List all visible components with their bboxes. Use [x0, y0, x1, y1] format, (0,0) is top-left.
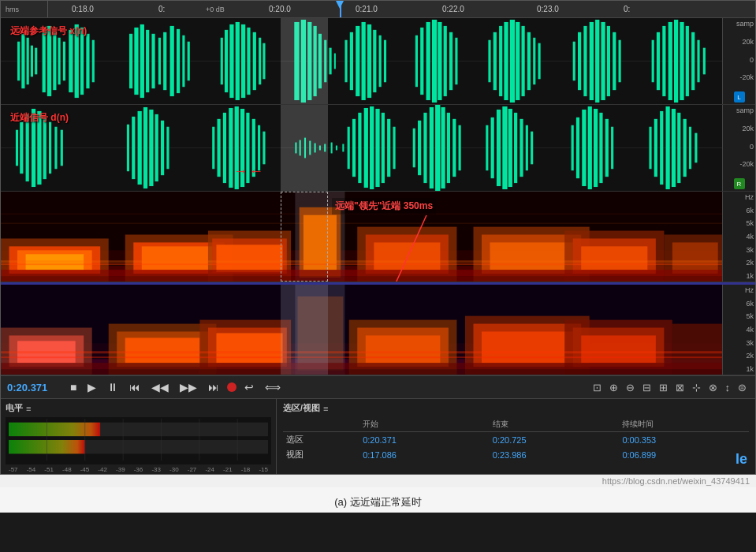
svg-rect-47 — [356, 26, 359, 96]
svg-rect-216 — [125, 338, 200, 363]
svg-rect-158 — [582, 110, 586, 186]
loop-button[interactable]: ↩ — [241, 379, 257, 395]
svg-rect-75 — [595, 20, 599, 103]
svg-rect-119 — [295, 143, 296, 154]
bounce-button[interactable]: ⟺ — [262, 379, 284, 395]
forward-button[interactable]: ▶▶ — [177, 379, 200, 395]
zoom-in-button[interactable]: ⊕ — [607, 380, 620, 395]
svg-rect-93 — [20, 122, 23, 173]
svg-rect-99 — [54, 127, 57, 170]
expand-button[interactable]: ↕ — [723, 380, 733, 395]
svg-rect-64 — [504, 22, 508, 100]
svg-rect-11 — [63, 42, 65, 81]
ruler-time-3: 0:20.0 — [269, 5, 291, 13]
zoom-fit-button[interactable]: ⊡ — [590, 380, 604, 395]
svg-rect-52 — [384, 40, 386, 83]
view-duration: 0:06.899 — [619, 447, 749, 462]
spec-scale-hz: Hz — [724, 193, 754, 201]
svg-rect-29 — [225, 30, 228, 92]
zoom-full-button[interactable]: ⊜ — [736, 380, 749, 395]
zoom-region-button[interactable]: ⊟ — [640, 380, 654, 395]
record-button[interactable] — [227, 382, 236, 392]
level-ruler-label-11: -24 — [205, 466, 214, 473]
svg-rect-136 — [387, 119, 390, 177]
bottom-section: 电平 ≡ — [1, 399, 755, 474]
svg-rect-187 — [216, 244, 282, 272]
svg-rect-161 — [599, 113, 602, 183]
svg-rect-147 — [486, 125, 488, 170]
svg-rect-34 — [253, 32, 256, 90]
stop-button[interactable]: ■ — [67, 379, 80, 395]
svg-rect-82 — [662, 26, 665, 96]
arrow-right-icon: → — [233, 163, 248, 180]
skip-end-button[interactable]: ⏭ — [205, 379, 222, 395]
svg-rect-27 — [188, 42, 190, 81]
svg-rect-100 — [61, 130, 63, 166]
level-menu-icon[interactable]: ≡ — [26, 404, 31, 413]
svg-rect-108 — [166, 127, 169, 170]
svg-rect-42 — [324, 40, 326, 83]
level-ruler-label-8: -33 — [151, 466, 161, 473]
svg-rect-17 — [129, 34, 132, 88]
level-panel-title: 电平 ≡ — [6, 402, 271, 414]
svg-rect-224 — [366, 335, 441, 363]
svg-rect-28 — [221, 38, 223, 84]
level-ruler-label-7: -36 — [134, 466, 143, 473]
svg-rect-148 — [491, 117, 494, 178]
svg-rect-23 — [163, 32, 166, 90]
zoom-out-button[interactable]: ⊖ — [624, 380, 637, 395]
svg-rect-153 — [520, 119, 523, 177]
level-meter-area — [6, 417, 271, 464]
track-scale-near-end: samp 20k 0 -20k R — [722, 105, 755, 191]
collapse-button[interactable]: ⊗ — [706, 380, 720, 395]
svg-rect-168 — [672, 109, 676, 187]
svg-rect-230 — [581, 335, 656, 363]
zoom-track-button[interactable]: ⊹ — [690, 380, 703, 395]
zoom-sel-button[interactable]: ⊞ — [657, 380, 670, 395]
ruler-time-6: 0:23.0 — [537, 5, 559, 13]
svg-rect-24 — [170, 26, 174, 96]
svg-rect-149 — [497, 110, 501, 186]
svg-rect-12 — [69, 30, 73, 92]
svg-rect-31 — [236, 22, 240, 100]
spectrogram-canvas-top: 远端"领先"近端 350ms — [1, 192, 722, 282]
spec-scale-2k: 2k — [724, 259, 754, 267]
zoom-fit2-button[interactable]: ⊠ — [673, 380, 687, 395]
level-title-text: 电平 — [6, 402, 23, 414]
svg-rect-51 — [379, 35, 382, 87]
selection-menu-icon[interactable]: ≡ — [323, 404, 328, 413]
svg-rect-73 — [583, 26, 587, 96]
svg-rect-2 — [17, 42, 20, 81]
svg-rect-121 — [304, 138, 306, 159]
spec-b-scale-3k: 3k — [724, 339, 754, 347]
ruler-time-1: 0:18.0 — [72, 5, 94, 13]
time-display: 0:20.371 — [7, 382, 62, 393]
svg-rect-66 — [516, 22, 520, 100]
selection-panel: 选区/视图 ≡ 开始 结束 持续时间 选区 — [277, 399, 755, 474]
svg-rect-150 — [502, 106, 507, 189]
channel-btn-L[interactable]: L — [734, 91, 745, 103]
svg-rect-172 — [695, 133, 697, 163]
scale-near-0: 0 — [724, 143, 754, 151]
svg-rect-53 — [415, 35, 418, 87]
ruler-bar: hms 0:18.0 0: +0 dB 0:20.0 0:21.0 0:22.0… — [1, 1, 755, 18]
level-ruler-label-9: -30 — [169, 466, 179, 473]
level-ruler-label-14: -15 — [259, 466, 268, 473]
ruler-time-2: 0: — [158, 5, 165, 13]
spectrogram-section: 远端"领先"近端 350ms — [1, 192, 755, 375]
rewind-button[interactable]: ◀◀ — [148, 379, 172, 395]
svg-rect-26 — [182, 35, 184, 87]
spec-b-scale-1k: 1k — [724, 365, 754, 373]
svg-rect-40 — [314, 26, 317, 96]
pause-button[interactable]: ⏸ — [104, 379, 121, 395]
spec-scale-1k: 1k — [724, 272, 754, 280]
track-row-near-end: 近端信号 d(n) → ← — [1, 105, 755, 192]
track-near-end-label: 近端信号 d(n) — [10, 111, 69, 125]
channel-btn-R[interactable]: R — [734, 178, 745, 189]
waveform-svg-near-end — [1, 105, 722, 191]
play-button[interactable]: ▶ — [84, 379, 99, 395]
skip-start-button[interactable]: ⏮ — [126, 379, 143, 395]
svg-rect-233 — [1, 356, 722, 358]
spectrogram-scale-top: Hz 6k 5k 4k 3k 2k 1k — [722, 192, 755, 282]
svg-rect-25 — [177, 29, 180, 93]
